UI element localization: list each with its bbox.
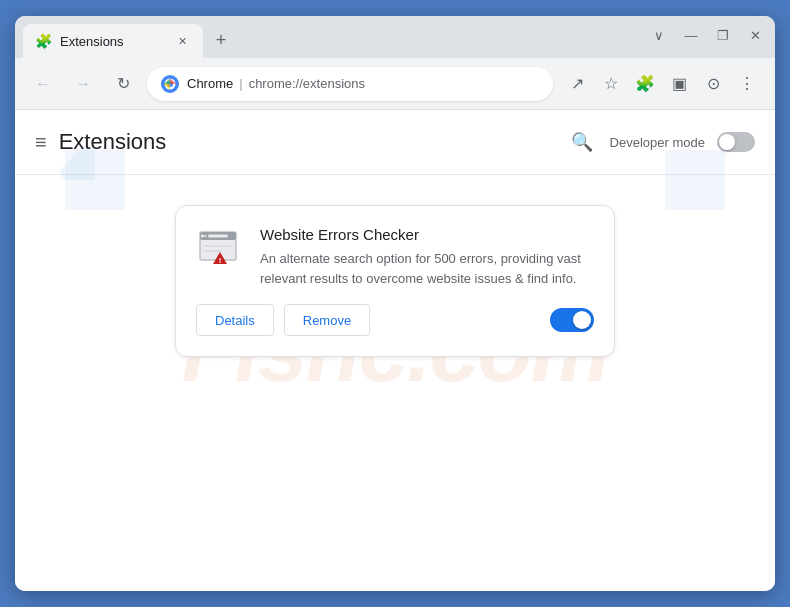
extension-card: ! Website Errors Checker An alternate se… — [175, 205, 615, 357]
extensions-header: ≡ Extensions 🔍 Developer mode — [15, 110, 775, 175]
page-content: ≡ Extensions 🔍 Developer mode Fishc.com — [15, 110, 775, 591]
sidebar-toggle-button[interactable]: ▣ — [663, 68, 695, 100]
active-tab[interactable]: 🧩 Extensions ✕ — [23, 24, 203, 58]
svg-rect-8 — [204, 245, 232, 247]
svg-point-7 — [205, 235, 207, 237]
nav-action-buttons: ↗ ☆ 🧩 ▣ ⊙ ⋮ — [561, 68, 763, 100]
card-bottom-section: Details Remove — [196, 304, 594, 336]
extensions-puzzle-icon: 🧩 — [635, 74, 655, 93]
svg-text:!: ! — [219, 256, 222, 265]
svg-point-6 — [201, 235, 204, 238]
svg-rect-9 — [204, 250, 222, 252]
extension-description: An alternate search option for 500 error… — [260, 249, 594, 288]
toggle-knob — [719, 134, 735, 150]
remove-button[interactable]: Remove — [284, 304, 370, 336]
bookmark-icon: ☆ — [604, 74, 618, 93]
address-text: Chrome | chrome://extensions — [187, 76, 365, 91]
extension-toggle-knob — [573, 311, 591, 329]
extension-cards-area: ! Website Errors Checker An alternate se… — [15, 175, 775, 591]
extension-info: Website Errors Checker An alternate sear… — [260, 226, 594, 288]
menu-icon: ⋮ — [739, 74, 755, 93]
profile-icon: ⊙ — [707, 74, 720, 93]
sidebar-icon: ▣ — [672, 74, 687, 93]
address-separator: | — [239, 76, 242, 91]
tab-title: Extensions — [60, 34, 165, 49]
window-controls: ∨ — ❐ ✕ — [651, 27, 763, 43]
browser-window: 🧩 Extensions ✕ + ∨ — ❐ ✕ ← → ↻ — [15, 16, 775, 591]
forward-button[interactable]: → — [67, 68, 99, 100]
address-bar[interactable]: Chrome | chrome://extensions — [147, 67, 553, 101]
back-icon: ← — [35, 75, 51, 93]
extension-enabled-toggle[interactable] — [550, 308, 594, 332]
tab-close-button[interactable]: ✕ — [173, 32, 191, 50]
share-button[interactable]: ↗ — [561, 68, 593, 100]
address-path: chrome://extensions — [249, 76, 365, 91]
maximize-button[interactable]: ❐ — [715, 27, 731, 43]
close-button[interactable]: ✕ — [747, 27, 763, 43]
developer-mode-label: Developer mode — [610, 135, 705, 150]
extension-icon-container: ! — [196, 226, 244, 274]
back-button[interactable]: ← — [27, 68, 59, 100]
title-bar: 🧩 Extensions ✕ + ∨ — ❐ ✕ — [15, 16, 775, 58]
tab-puzzle-icon: 🧩 — [35, 33, 52, 49]
extension-name: Website Errors Checker — [260, 226, 594, 243]
chevron-down-icon[interactable]: ∨ — [651, 27, 667, 43]
search-button[interactable]: 🔍 — [566, 126, 598, 158]
address-origin: Chrome — [187, 76, 233, 91]
profile-button[interactable]: ⊙ — [697, 68, 729, 100]
details-button[interactable]: Details — [196, 304, 274, 336]
reload-icon: ↻ — [117, 74, 130, 93]
page-title: Extensions — [59, 129, 554, 155]
reload-button[interactable]: ↻ — [107, 68, 139, 100]
extensions-puzzle-button[interactable]: 🧩 — [629, 68, 661, 100]
extension-icon: ! — [196, 226, 244, 274]
share-icon: ↗ — [571, 74, 584, 93]
chrome-logo-icon — [161, 75, 179, 93]
hamburger-menu-icon[interactable]: ≡ — [35, 131, 47, 154]
bookmark-button[interactable]: ☆ — [595, 68, 627, 100]
developer-mode-toggle[interactable] — [717, 132, 755, 152]
header-right-controls: 🔍 Developer mode — [566, 126, 755, 158]
forward-icon: → — [75, 75, 91, 93]
minimize-button[interactable]: — — [683, 27, 699, 43]
new-tab-button[interactable]: + — [207, 26, 235, 54]
menu-button[interactable]: ⋮ — [731, 68, 763, 100]
svg-rect-5 — [208, 235, 228, 238]
navigation-bar: ← → ↻ Chrome | chrome://extensions — [15, 58, 775, 110]
card-top-section: ! Website Errors Checker An alternate se… — [196, 226, 594, 288]
